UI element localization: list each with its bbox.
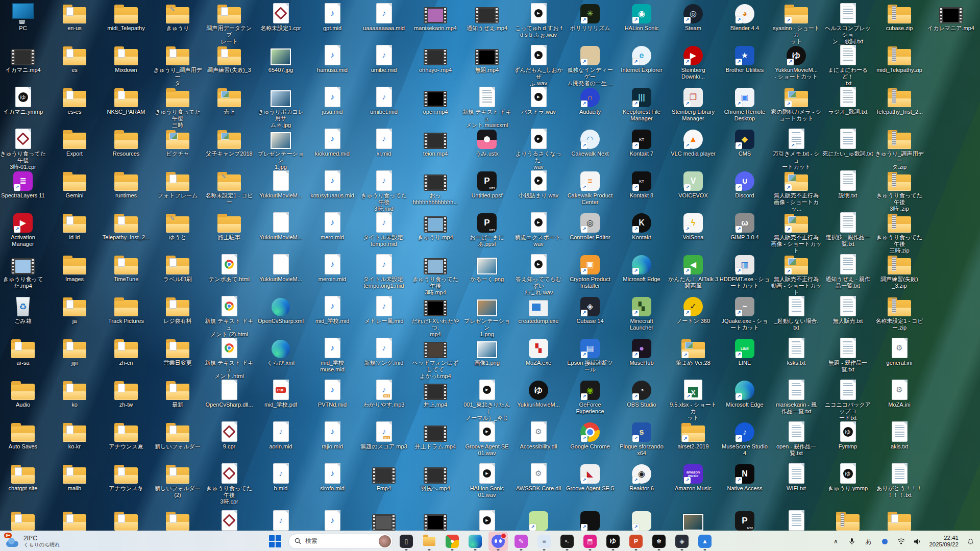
desktop-icon[interactable]: createdump.exe <box>513 295 564 324</box>
desktop-icon[interactable]: ↗無人販売不正行為 画像 - ショートカット <box>771 211 822 254</box>
taskbar-app-powerpoint[interactable]: P <box>626 532 646 551</box>
desktop-icon[interactable]: 羽尻へ.mp4 <box>410 462 461 492</box>
desktop-icon[interactable]: Images <box>49 253 100 283</box>
desktop-icon[interactable]: ar-sa <box>0 337 48 366</box>
desktop-icon[interactable]: ♪mero.mid <box>307 211 358 241</box>
desktop-icon[interactable]: イカレマニア.mp4 <box>925 2 976 32</box>
desktop-icon[interactable]: ▣↗Crypton Product Installer <box>565 253 616 289</box>
desktop-icon[interactable]: NKSC_PARAM <box>101 86 152 115</box>
desktop-icon[interactable]: ♪hamusu.mid <box>307 44 358 73</box>
desktop-icon[interactable]: ko-kr <box>49 420 100 450</box>
desktop-icon[interactable]: Gemini <box>49 169 100 199</box>
desktop-icon[interactable]: うみ.ustx <box>461 128 512 157</box>
desktop-icon[interactable]: ✎名称未設定1 - コピ ー <box>204 169 255 206</box>
desktop-icon[interactable]: en-us <box>49 2 100 32</box>
desktop-icon[interactable]: ▶↗Activation Manager <box>0 211 48 247</box>
desktop-icon[interactable]: e↗Internet Explorer <box>616 44 667 73</box>
desktop-icon[interactable]: ✓↗ノートン 360 <box>668 295 719 324</box>
desktop-icon[interactable]: きゅうり食ってた午後 三時.zip <box>874 211 925 254</box>
desktop-icon[interactable]: ↗ <box>565 509 616 532</box>
desktop-icon[interactable]: KT↗Kontakt 8 <box>616 169 667 199</box>
desktop-icon[interactable] <box>358 509 409 532</box>
desktop-icon[interactable]: ♪meroin.mid <box>307 253 358 283</box>
desktop-icon[interactable]: ✎きゅうり <box>152 2 203 32</box>
desktop-icon[interactable]: K↗Kontakt <box>616 211 667 241</box>
desktop-icon[interactable]: 65407.jpg <box>255 44 306 73</box>
desktop-icon[interactable]: 名称未設定1 - コピ ー.zip <box>874 295 925 331</box>
onedrive-status-icon[interactable] <box>877 533 892 549</box>
desktop-icon[interactable]: ▶新規エクスポート. wav <box>513 211 564 247</box>
desktop-icon[interactable]: ↗筆まめ Ver.28 <box>668 337 719 366</box>
desktop-icon[interactable]: ↗airset2-2019 <box>668 420 719 450</box>
desktop-icon[interactable]: かるーく.png <box>461 253 512 283</box>
desktop-icon[interactable]: es-es <box>49 86 100 115</box>
desktop-icon[interactable]: ♪↗MuseScore Studio 4 <box>719 420 770 457</box>
desktop-icon[interactable]: malib <box>49 462 100 492</box>
desktop-icon[interactable]: chatgpt-site <box>0 462 48 492</box>
desktop-icon[interactable]: Mixdown <box>101 44 152 73</box>
desktop-icon[interactable]: ▣↗Chrome Remote Desktop <box>719 86 770 122</box>
desktop-icon[interactable]: ↗無人販売不正行為 動画 - ショートカット <box>771 253 822 296</box>
desktop-icon[interactable] <box>204 509 255 532</box>
desktop-icon[interactable]: ↗無人販売不正行為 画像 - ショートカッ... <box>771 169 822 212</box>
desktop-icon[interactable]: ゆイカマニ.ymmp <box>0 86 48 115</box>
desktop-icon[interactable]: 最新 <box>152 379 203 408</box>
volume-icon[interactable] <box>910 533 925 549</box>
desktop-icon[interactable]: midi_Telepathy <box>101 2 152 32</box>
desktop-icon[interactable]: ◀↗かんたん！ AITalk 3 関西風 <box>668 253 719 289</box>
desktop-icon[interactable]: きゅうりポカコレ用サ ムネ.jpg <box>255 86 306 129</box>
desktop-icon[interactable]: きゅうり食ってた午後 3時-01.cpr <box>0 128 48 170</box>
desktop-icon[interactable]: ▶HALion Sonic 01.wav <box>461 462 512 498</box>
desktop-icon[interactable]: ◣↗Groove Agent SE 5 <box>565 462 616 492</box>
desktop-icon[interactable] <box>771 509 822 532</box>
desktop-icon[interactable]: ◕↗Blender 4.4 <box>719 2 770 32</box>
desktop-icon[interactable]: まにまにわーるど！ .txt <box>822 44 873 87</box>
taskbar-search-box[interactable]: 検索 <box>288 534 393 549</box>
desktop-icon[interactable]: ✎ゆうと <box>152 211 203 241</box>
desktop-icon[interactable]: ♪kiokumed.mid <box>307 128 358 157</box>
desktop-icon[interactable]: 路上駐車 <box>204 211 255 241</box>
desktop-icon[interactable]: ピクチャ <box>152 128 203 157</box>
desktop-icon[interactable]: zh-cn <box>101 337 152 366</box>
desktop-icon[interactable]: manisekarin - 親 作品一覧.txt <box>771 379 822 415</box>
desktop-icon[interactable]: 無人販売.txt <box>822 295 873 324</box>
desktop-icon[interactable]: ♪ <box>307 509 358 532</box>
desktop-icon[interactable]: ▲↗VLC media player <box>668 128 719 157</box>
desktop-icon[interactable] <box>0 509 48 532</box>
desktop-icon[interactable]: ♪ <box>255 509 306 532</box>
desktop-icon[interactable]: midi_Telepathy.zip <box>874 44 925 73</box>
desktop-icon[interactable]: ksks.txt <box>771 337 822 366</box>
desktop-icon[interactable]: ★↗Brother Utilities <box>719 44 770 73</box>
desktop-icon[interactable]: 通知うぜえ.mp4 <box>461 2 512 32</box>
desktop-icon[interactable]: くらび.xml <box>255 337 306 366</box>
desktop-icon[interactable] <box>822 509 873 532</box>
desktop-icon[interactable]: ♪gpt.mid <box>307 2 358 32</box>
taskbar-app-terminal[interactable]: >_ <box>557 532 577 551</box>
desktop-icon[interactable]: 新しいフォルダー (2) <box>152 462 203 498</box>
desktop-icon[interactable]: きゅうり.mp4 <box>410 211 461 241</box>
taskbar-app-phone-link[interactable]: ▯ <box>397 532 416 551</box>
desktop-icon[interactable]: ゆきゅうり.ymmp <box>822 462 873 492</box>
desktop-icon[interactable]: ↗ <box>616 509 667 532</box>
desktop-icon[interactable]: ◔↗OBS Studio <box>616 379 667 408</box>
desktop-icon[interactable]: ◈↗Cubase 14 <box>565 295 616 324</box>
desktop-icon[interactable]: PDFmid_学校.pdf <box>255 379 306 408</box>
desktop-icon[interactable]: OpenCvSharp.xml <box>255 295 306 324</box>
desktop-icon[interactable]: 井上ドラム.mp4 <box>410 420 461 450</box>
taskbar-clock[interactable]: 22:41 2025/09/22 <box>926 533 962 550</box>
desktop-icon[interactable]: ◆↗CMS <box>719 128 770 157</box>
desktop-icon[interactable]: _起動しない場合. txt <box>771 295 822 331</box>
desktop-icon[interactable]: 父子キャンプ2018 <box>204 128 255 157</box>
desktop-icon[interactable]: cubase.zip <box>874 2 925 32</box>
desktop-icon[interactable]: YukkuriMovieM... <box>255 211 306 241</box>
desktop-icon[interactable]: 新しいフォルダー <box>152 420 203 450</box>
desktop-icon[interactable]: Resources <box>101 128 152 157</box>
desktop-icon[interactable]: N↗Native Access <box>719 462 770 492</box>
desktop-icon[interactable]: akis.txt <box>874 420 925 450</box>
desktop-icon[interactable]: V↗VOICEVOX <box>668 169 719 199</box>
desktop-icon[interactable]: フォトフレーム <box>152 169 203 199</box>
desktop-icon[interactable]: LINE↗LINE <box>719 337 770 366</box>
desktop-icon[interactable] <box>101 509 152 532</box>
desktop-icon[interactable]: ≣↗SpectraLayers 11 <box>0 169 48 199</box>
desktop-icon[interactable]: 選択肢 - 親作品一 覧.txt <box>822 211 873 247</box>
